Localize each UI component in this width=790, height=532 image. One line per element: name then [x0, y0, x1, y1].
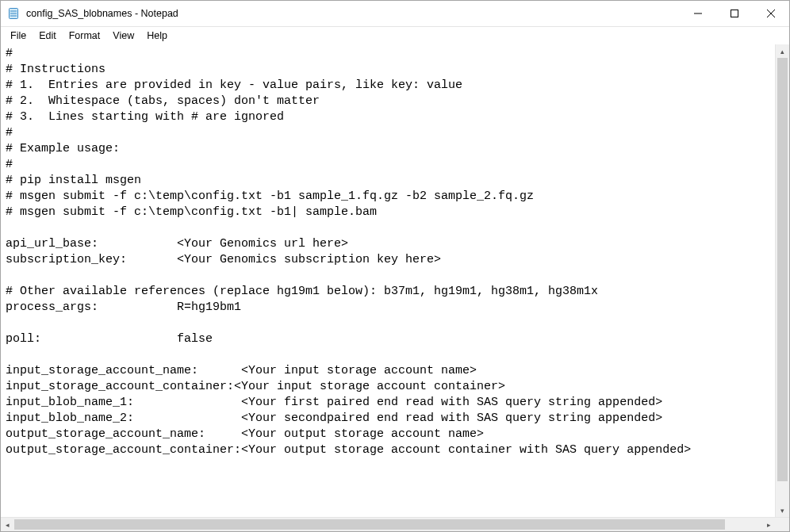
scroll-left-arrow-icon[interactable]: ◂ [1, 518, 14, 531]
window-title: config_SAS_blobnames - Notepad [25, 8, 680, 19]
minimize-icon [694, 10, 702, 17]
svg-rect-5 [731, 10, 738, 17]
scroll-corner [776, 518, 789, 531]
hscroll-thumb[interactable] [14, 519, 725, 530]
close-button[interactable] [753, 1, 789, 26]
scroll-up-arrow-icon[interactable]: ▴ [776, 44, 789, 58]
menu-edit[interactable]: Edit [33, 27, 63, 44]
hscroll-track[interactable] [14, 518, 762, 531]
menu-view[interactable]: View [106, 27, 140, 44]
maximize-icon [731, 10, 738, 17]
maximize-button[interactable] [716, 1, 753, 26]
text-editor[interactable]: # # Instructions # 1. Entries are provid… [1, 44, 775, 517]
vertical-scrollbar[interactable]: ▴ ▾ [775, 44, 789, 517]
menu-help[interactable]: Help [140, 27, 174, 44]
notepad-window: config_SAS_blobnames - Notepad File Edit… [0, 0, 790, 532]
vscroll-thumb[interactable] [777, 58, 788, 481]
notepad-icon [7, 7, 20, 20]
scroll-right-arrow-icon[interactable]: ▸ [762, 518, 776, 531]
menu-file[interactable]: File [4, 27, 33, 44]
menubar: File Edit Format View Help [1, 27, 789, 44]
client-area: # # Instructions # 1. Entries are provid… [1, 44, 789, 531]
titlebar[interactable]: config_SAS_blobnames - Notepad [1, 1, 789, 27]
close-icon [767, 10, 775, 17]
menu-format[interactable]: Format [63, 27, 107, 44]
vscroll-track[interactable] [776, 58, 789, 503]
minimize-button[interactable] [680, 1, 716, 26]
scroll-down-arrow-icon[interactable]: ▾ [776, 503, 789, 517]
window-controls [680, 1, 789, 26]
horizontal-scrollbar[interactable]: ◂ ▸ [1, 517, 789, 531]
